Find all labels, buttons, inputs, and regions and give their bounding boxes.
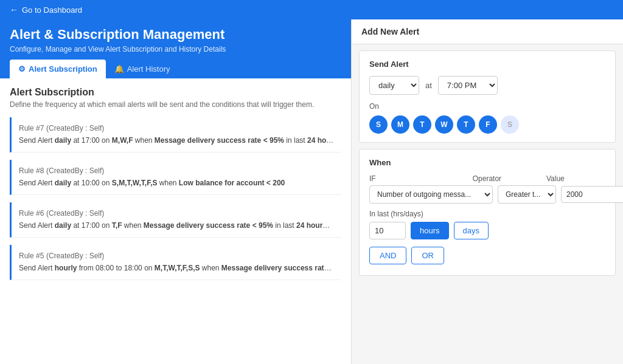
time-dropdown[interactable]: 7:00 PM 8:00 AM 9:00 AM 10:00 AM 5:00 PM [438, 76, 498, 95]
day-wednesday[interactable]: W [435, 115, 453, 134]
rule-item-7[interactable]: Rule #7 (CreatedBy : Self) Send Alert da… [10, 117, 341, 153]
section-subtitle: Define the frequency at which email aler… [10, 100, 341, 109]
right-panel: Add New Alert Send Alert daily hourly we… [352, 19, 623, 364]
back-to-dashboard[interactable]: ← Go to Dashboard [0, 0, 623, 19]
add-new-alert-header: Add New Alert [352, 19, 623, 44]
when-section: When IF Operator Value Number of outgoin… [359, 149, 616, 276]
tabs: ⚙ Alert Subscription 🔔 Alert History [10, 60, 341, 78]
rule-7-desc: Send Alert daily at 17:00 on M,W,F when … [19, 135, 334, 146]
if-selects-row: Number of outgoing messa... Message deli… [369, 185, 605, 204]
days-row: S M T W T F S [369, 115, 605, 134]
rule-7-title: Rule #7 (CreatedBy : Self) [19, 123, 334, 132]
rule-5-desc: Send Alert hourly from 08:00 to 18:00 on… [19, 263, 334, 273]
day-friday[interactable]: F [479, 115, 497, 134]
send-alert-title: Send Alert [369, 60, 605, 69]
day-tuesday[interactable]: T [413, 115, 431, 134]
hours-button[interactable]: hours [411, 222, 449, 239]
operator-col-label: Operator [473, 174, 541, 183]
rule-8-desc: Send Alert daily at 10:00 on S,M,T,W,T,F… [19, 177, 334, 188]
rule-6-desc: Send Alert daily at 17:00 on T,F when Me… [19, 220, 334, 231]
value-input[interactable] [561, 186, 623, 203]
in-last-input[interactable] [369, 222, 406, 239]
at-label: at [425, 81, 432, 90]
page-subtitle: Configure, Manage and View Alert Subscri… [10, 45, 341, 53]
and-button[interactable]: AND [369, 247, 406, 264]
send-alert-section: Send Alert daily hourly weekly at 7:00 P… [359, 50, 616, 143]
tab-history-label: Alert History [127, 64, 170, 74]
frequency-row: daily hourly weekly at 7:00 PM 8:00 AM 9… [369, 76, 605, 95]
operator-dropdown[interactable]: Greater t... Less than Equal to [498, 185, 556, 204]
day-thursday[interactable]: T [457, 115, 475, 134]
left-panel: Alert & Subscription Management Configur… [0, 19, 352, 364]
day-saturday[interactable]: S [501, 115, 519, 134]
tab-alert-subscription[interactable]: ⚙ Alert Subscription [10, 60, 106, 78]
rule-item-8[interactable]: Rule #8 (CreatedBy : Self) Send Alert da… [10, 160, 341, 195]
day-monday[interactable]: M [391, 115, 409, 134]
rule-5-title: Rule #5 (CreatedBy : Self) [19, 251, 334, 260]
in-last-row: hours days [369, 222, 605, 239]
and-or-row: AND OR [369, 247, 605, 264]
on-label: On [369, 102, 605, 111]
days-button[interactable]: days [454, 222, 489, 239]
rule-8-title: Rule #8 (CreatedBy : Self) [19, 166, 334, 175]
tab-subscription-label: Alert Subscription [29, 64, 97, 74]
history-icon: 🔔 [114, 64, 124, 74]
rule-item-6[interactable]: Rule #6 (CreatedBy : Self) Send Alert da… [10, 202, 341, 238]
frequency-dropdown[interactable]: daily hourly weekly [369, 76, 419, 95]
or-button[interactable]: OR [411, 247, 444, 264]
rule-6-title: Rule #6 (CreatedBy : Self) [19, 208, 334, 218]
day-sunday-1[interactable]: S [369, 115, 388, 134]
tab-alert-history[interactable]: 🔔 Alert History [106, 60, 179, 78]
back-label: Go to Dashboard [22, 5, 82, 15]
subscription-icon: ⚙ [18, 64, 26, 74]
value-col-label: Value [546, 174, 605, 183]
left-content: Alert Subscription Define the frequency … [0, 78, 351, 364]
if-header-row: IF Operator Value [369, 174, 605, 183]
if-col-label: IF [369, 174, 468, 183]
left-header: Alert & Subscription Management Configur… [0, 19, 351, 78]
if-dropdown[interactable]: Number of outgoing messa... Message deli… [369, 185, 493, 204]
when-title: When [369, 158, 605, 167]
back-arrow-icon: ← [10, 5, 18, 15]
in-last-label: In last (hrs/days) [369, 210, 605, 218]
rule-item-5[interactable]: Rule #5 (CreatedBy : Self) Send Alert ho… [10, 245, 341, 280]
page-title: Alert & Subscription Management [10, 27, 341, 43]
section-title: Alert Subscription [10, 87, 341, 98]
